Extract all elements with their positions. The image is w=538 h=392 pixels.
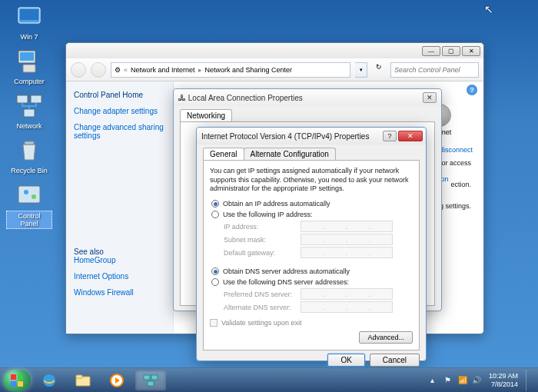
search-input[interactable]	[390, 62, 479, 78]
close-button[interactable]: ✕	[462, 46, 480, 56]
win7-icon	[15, 3, 43, 31]
breadcrumb-segment[interactable]: Network and Internet	[131, 66, 195, 74]
desktop-icon-recyclebin[interactable]: Recycle Bin	[6, 137, 52, 175]
svg-rect-9	[18, 186, 40, 203]
svg-rect-17	[151, 375, 158, 380]
desktop-label: Control Panel	[6, 211, 52, 229]
svg-rect-8	[25, 141, 34, 145]
subnet-mask-input: ...	[301, 234, 393, 245]
system-tray: ▴ ⚑ 📶 🔊 10:29 AM 7/8/2014	[430, 370, 535, 391]
radio-label: Obtain DNS server address automatically	[223, 267, 350, 275]
explorer-navbar: ⚙ « Network and Internet ▸ Network and S…	[66, 58, 483, 81]
refresh-button[interactable]: ↻	[372, 63, 386, 77]
network-icon	[15, 92, 43, 120]
breadcrumb-segment[interactable]: Network and Sharing Center	[205, 66, 293, 74]
show-desktop-button[interactable]	[526, 370, 532, 391]
desktop-icons: Win 7 Computer Network Recycle Bin Contr…	[6, 3, 60, 235]
sidebar-link-sharing[interactable]: Change advanced sharing settings	[74, 123, 165, 140]
desktop-icon-win7[interactable]: Win 7	[6, 3, 52, 42]
taskbar-ie[interactable]	[34, 370, 65, 390]
radio-manual-dns[interactable]	[211, 278, 219, 286]
desktop-label: Recycle Bin	[6, 166, 52, 175]
taskbar-mediaplayer[interactable]	[101, 370, 132, 390]
desktop-label: Computer	[6, 77, 52, 86]
ok-button[interactable]: OK	[327, 354, 364, 367]
dialog-title: Local Area Connection Properties	[188, 94, 303, 102]
dialog-title: Internet Protocol Version 4 (TCP/IPv4) P…	[201, 132, 369, 141]
ipv4-properties-dialog: Internet Protocol Version 4 (TCP/IPv4) P…	[196, 127, 427, 361]
controlpanel-icon	[15, 181, 43, 209]
alternate-dns-input: ...	[301, 301, 393, 313]
recyclebin-icon	[15, 137, 43, 164]
field-label: IP address:	[224, 223, 301, 231]
svg-rect-18	[148, 381, 154, 386]
svg-point-10	[24, 190, 28, 194]
tray-volume-icon[interactable]: 🔊	[472, 376, 481, 385]
taskbar: ▴ ⚑ 📶 🔊 10:29 AM 7/8/2014	[0, 367, 538, 392]
radio-auto-ip[interactable]	[211, 200, 219, 208]
ip-address-input: ...	[301, 221, 393, 232]
svg-rect-16	[144, 375, 150, 380]
field-label: Default gateway:	[224, 249, 301, 257]
desktop-icon-network[interactable]: Network	[6, 92, 52, 131]
tab-alternate[interactable]: Alternate Configuration	[244, 148, 336, 160]
computer-icon	[15, 48, 43, 75]
address-bar[interactable]: ⚙ « Network and Internet ▸ Network and S…	[111, 62, 350, 78]
dialog-titlebar: 🖧 Local Area Connection Properties ✕	[174, 89, 441, 106]
advanced-button[interactable]: Advanced...	[359, 331, 413, 344]
checkbox-validate[interactable]	[210, 319, 218, 327]
sidebar-link-adapter[interactable]: Change adapter settings	[74, 107, 165, 115]
desktop-icon-controlpanel[interactable]: Control Panel	[6, 181, 52, 229]
checkbox-label: Validate settings upon exit	[221, 319, 301, 327]
taskbar-explorer[interactable]	[68, 370, 98, 390]
nic-icon: 🖧	[178, 94, 186, 102]
sidebar-home[interactable]: Control Panel Home	[74, 91, 165, 99]
svg-rect-4	[23, 65, 35, 72]
radio-label: Use the following IP address:	[223, 211, 312, 218]
cancel-button[interactable]: Cancel	[370, 354, 420, 367]
clock-date: 7/8/2014	[489, 380, 518, 389]
svg-rect-6	[31, 95, 42, 103]
description-text: You can get IP settings assigned automat…	[210, 167, 413, 194]
back-button[interactable]	[71, 62, 86, 78]
tab-networking[interactable]: Networking	[180, 109, 232, 121]
radio-manual-ip[interactable]	[211, 211, 219, 218]
window-titlebar: — ▢ ✕	[66, 43, 483, 58]
desktop-label: Network	[6, 121, 52, 131]
field-label: Alternate DNS server:	[224, 304, 301, 311]
seealso-header: See also	[74, 247, 165, 256]
start-button[interactable]	[3, 370, 31, 391]
breadcrumb-sep: «	[124, 66, 128, 74]
mouse-cursor-icon: ↖	[484, 3, 493, 15]
tray-network-icon[interactable]: 📶	[458, 376, 467, 385]
help-icon[interactable]: ?	[467, 85, 477, 95]
svg-rect-14	[76, 375, 82, 378]
tray-flag-icon[interactable]: ⚑	[444, 376, 453, 385]
preferred-dns-input: ...	[301, 288, 393, 300]
radio-label: Obtain an IP address automatically	[223, 200, 330, 208]
sidebar-link-inetopts[interactable]: Internet Options	[74, 272, 165, 281]
controlpanel-mini-icon: ⚙	[115, 66, 121, 74]
close-button[interactable]: ✕	[423, 92, 437, 103]
tray-show-hidden-icon[interactable]: ▴	[430, 376, 440, 385]
radio-auto-dns[interactable]	[211, 267, 219, 275]
close-button[interactable]: ✕	[398, 131, 423, 141]
sidebar-link-firewall[interactable]: Windows Firewall	[74, 288, 165, 297]
maximize-button[interactable]: ▢	[442, 46, 460, 56]
taskbar-clock[interactable]: 10:29 AM 7/8/2014	[486, 372, 518, 389]
minimize-button[interactable]: —	[422, 46, 440, 56]
sidebar-link-homegroup[interactable]: HomeGroup	[74, 256, 165, 264]
field-label: Subnet mask:	[224, 236, 301, 244]
tab-general[interactable]: General	[203, 148, 244, 160]
svg-rect-1	[20, 9, 38, 20]
help-button[interactable]: ?	[383, 131, 397, 141]
desktop-icon-computer[interactable]: Computer	[6, 48, 52, 86]
dialog-titlebar: Internet Protocol Version 4 (TCP/IPv4) P…	[197, 128, 426, 145]
address-dropdown[interactable]: ▾	[355, 62, 367, 78]
forward-button[interactable]	[91, 62, 106, 78]
taskbar-network-center[interactable]	[135, 370, 166, 390]
field-label: Preferred DNS server:	[224, 291, 301, 298]
clock-time: 10:29 AM	[489, 372, 518, 380]
svg-rect-5	[17, 95, 28, 103]
sidebar: Control Panel Home Change adapter settin…	[66, 81, 174, 334]
